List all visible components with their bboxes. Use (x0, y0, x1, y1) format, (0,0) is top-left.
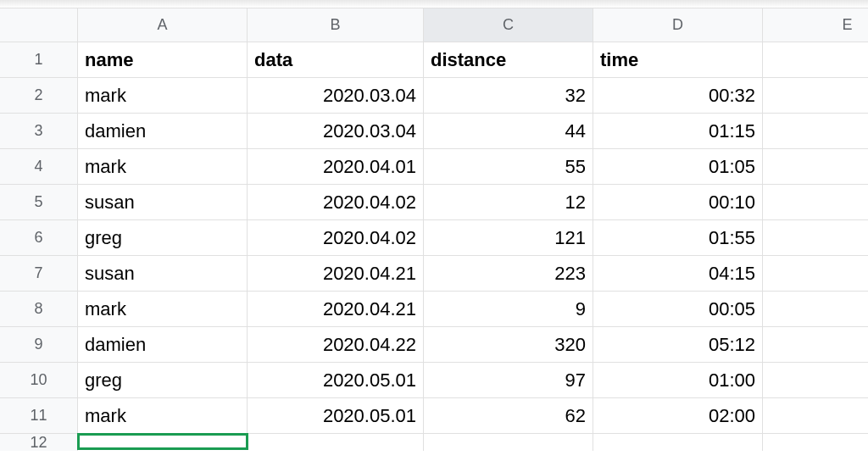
row-header-7[interactable]: 7 (0, 256, 78, 292)
cell-b9[interactable]: 2020.04.22 (248, 327, 424, 363)
cell-e7[interactable] (763, 256, 868, 292)
cell-e8[interactable] (763, 292, 868, 327)
cell-a10[interactable]: greg (78, 363, 248, 398)
cell-d10[interactable]: 01:00 (593, 363, 763, 398)
cell-c1[interactable]: distance (424, 42, 593, 78)
cell-c11[interactable]: 62 (424, 398, 593, 434)
cell-a9[interactable]: damien (78, 327, 248, 363)
cell-c2[interactable]: 32 (424, 78, 593, 114)
cell-e6[interactable] (763, 220, 868, 256)
row-header-9[interactable]: 9 (0, 327, 78, 363)
cell-b1[interactable]: data (248, 42, 424, 78)
cell-e3[interactable] (763, 114, 868, 149)
cell-d3[interactable]: 01:15 (593, 114, 763, 149)
cell-a4[interactable]: mark (78, 149, 248, 185)
cell-a6[interactable]: greg (78, 220, 248, 256)
cell-e10[interactable] (763, 363, 868, 398)
cell-e2[interactable] (763, 78, 868, 114)
cell-b4[interactable]: 2020.04.01 (248, 149, 424, 185)
row-header-4[interactable]: 4 (0, 149, 78, 185)
col-header-b[interactable]: B (248, 8, 424, 42)
row-header-8[interactable]: 8 (0, 292, 78, 327)
cell-b7[interactable]: 2020.04.21 (248, 256, 424, 292)
row-header-6[interactable]: 6 (0, 220, 78, 256)
row-header-12[interactable]: 12 (0, 434, 78, 451)
cell-c12[interactable] (424, 434, 593, 451)
row-header-1[interactable]: 1 (0, 42, 78, 78)
cell-a2[interactable]: mark (78, 78, 248, 114)
cell-c8[interactable]: 9 (424, 292, 593, 327)
cell-d5[interactable]: 00:10 (593, 185, 763, 220)
cell-b5[interactable]: 2020.04.02 (248, 185, 424, 220)
row-header-5[interactable]: 5 (0, 185, 78, 220)
cell-b3[interactable]: 2020.03.04 (248, 114, 424, 149)
cell-a5[interactable]: susan (78, 185, 248, 220)
cell-e9[interactable] (763, 327, 868, 363)
cell-d11[interactable]: 02:00 (593, 398, 763, 434)
col-header-d[interactable]: D (593, 8, 763, 42)
cell-a7[interactable]: susan (78, 256, 248, 292)
cell-e12[interactable] (763, 434, 868, 451)
cell-c7[interactable]: 223 (424, 256, 593, 292)
cell-c6[interactable]: 121 (424, 220, 593, 256)
select-all-corner[interactable] (0, 8, 78, 42)
cell-d7[interactable]: 04:15 (593, 256, 763, 292)
row-header-2[interactable]: 2 (0, 78, 78, 114)
row-header-10[interactable]: 10 (0, 363, 78, 398)
cell-b2[interactable]: 2020.03.04 (248, 78, 424, 114)
cell-b10[interactable]: 2020.05.01 (248, 363, 424, 398)
cell-b8[interactable]: 2020.04.21 (248, 292, 424, 327)
col-header-e[interactable]: E (763, 8, 868, 42)
cell-a3[interactable]: damien (78, 114, 248, 149)
cell-d1[interactable]: time (593, 42, 763, 78)
cell-c3[interactable]: 44 (424, 114, 593, 149)
cell-a1[interactable]: name (78, 42, 248, 78)
cell-e4[interactable] (763, 149, 868, 185)
cell-a11[interactable]: mark (78, 398, 248, 434)
cell-d4[interactable]: 01:05 (593, 149, 763, 185)
cell-b6[interactable]: 2020.04.02 (248, 220, 424, 256)
col-header-c[interactable]: C (424, 8, 593, 42)
cell-b12[interactable] (248, 434, 424, 451)
cell-d9[interactable]: 05:12 (593, 327, 763, 363)
row-header-3[interactable]: 3 (0, 114, 78, 149)
spreadsheet-grid[interactable]: A B C D E 1 name data distance time 2 ma… (0, 0, 868, 451)
cell-a12-active[interactable] (77, 433, 248, 450)
cell-c9[interactable]: 320 (424, 327, 593, 363)
cell-e11[interactable] (763, 398, 868, 434)
cell-d12[interactable] (593, 434, 763, 451)
cell-e5[interactable] (763, 185, 868, 220)
cell-e1[interactable] (763, 42, 868, 78)
top-shadow (0, 0, 868, 8)
cell-d2[interactable]: 00:32 (593, 78, 763, 114)
cell-d8[interactable]: 00:05 (593, 292, 763, 327)
cell-c10[interactable]: 97 (424, 363, 593, 398)
col-header-a[interactable]: A (78, 8, 248, 42)
cell-d6[interactable]: 01:55 (593, 220, 763, 256)
cell-c4[interactable]: 55 (424, 149, 593, 185)
cell-a8[interactable]: mark (78, 292, 248, 327)
cell-b11[interactable]: 2020.05.01 (248, 398, 424, 434)
row-header-11[interactable]: 11 (0, 398, 78, 434)
cell-c5[interactable]: 12 (424, 185, 593, 220)
